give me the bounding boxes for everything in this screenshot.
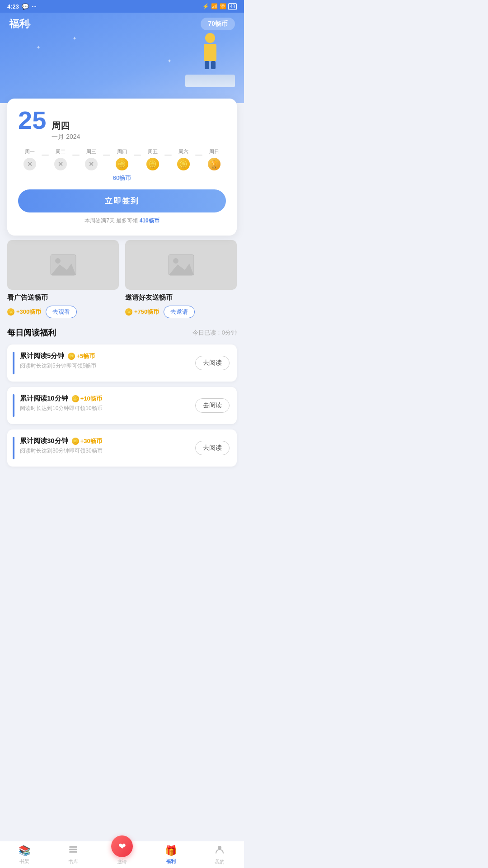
notification-icon: 💬 — [22, 3, 29, 10]
read-btn-2[interactable]: 去阅读 — [195, 398, 230, 413]
daily-reading-title: 每日阅读福利 — [7, 327, 56, 338]
dash-3 — [103, 148, 110, 156]
char-body — [204, 44, 216, 61]
week-day-mon: 周一 ✕ — [18, 148, 42, 170]
reading-item-1-left: 累计阅读5分钟 🪙 +5畅币 阅读时长达到5分钟即可领5畅币 — [13, 352, 195, 374]
svg-point-1 — [55, 258, 61, 264]
week-day-icon-sat: 🪙 — [177, 158, 190, 170]
battery: 48 — [228, 3, 237, 10]
char-leg-right — [211, 61, 216, 69]
svg-point-4 — [173, 258, 178, 264]
reading-item-3: 累计阅读30分钟 🪙 +30畅币 阅读时长达到30分钟即可领30畅币 去阅读 — [7, 429, 237, 467]
dash-6 — [195, 148, 202, 156]
ad-image-1 — [7, 240, 119, 290]
week-day-sat: 周六 🪙 — [172, 148, 195, 170]
reading-item-2-left: 累计阅读10分钟 🪙 +10畅币 阅读时长达到10分钟即可领10畅币 — [13, 394, 195, 417]
reading-item-2: 累计阅读10分钟 🪙 +10畅币 阅读时长达到10分钟即可领10畅币 去阅读 — [7, 387, 237, 424]
ad-item-2: 邀请好友送畅币 🪙 +750畅币 去邀请 — [125, 240, 237, 318]
status-bar: 4:23 💬 ··· ⚡ 📶 🛜 48 — [0, 0, 244, 13]
coin-icon-r2: 🪙 — [72, 395, 79, 402]
reading-title-3: 累计阅读30分钟 — [20, 437, 68, 445]
char-head — [205, 33, 215, 43]
week-day-label-sat: 周六 — [178, 148, 188, 155]
week-day-sun: 周日 🏆 — [202, 148, 226, 170]
reading-desc-1: 阅读时长达到5分钟即可领5畅币 — [20, 362, 195, 370]
reading-bar-1 — [13, 352, 14, 374]
header: ✦ ✦ ✦ ✦ 福利 70畅币 — [0, 13, 244, 103]
reading-reward-1: 🪙 +5畅币 — [68, 352, 95, 360]
week-day-icon-fri: 🪙 — [146, 158, 159, 170]
coin-icon-r1: 🪙 — [68, 353, 75, 360]
date-row: 25 周四 一月 2024 — [18, 108, 226, 141]
ad-reward-text-1: +300畅币 — [16, 308, 41, 316]
checkin-button[interactable]: 立即签到 — [18, 189, 226, 212]
reading-reward-3: 🪙 +30畅币 — [72, 437, 102, 445]
ad-bottom-1: 🪙 +300畅币 去观看 — [7, 306, 119, 318]
ad-action-btn-1[interactable]: 去观看 — [46, 306, 77, 318]
ad-bottom-2: 🪙 +750畅币 去邀请 — [125, 306, 237, 318]
status-right: ⚡ 📶 🛜 48 — [202, 3, 237, 10]
week-day-label-sun: 周日 — [209, 148, 219, 155]
status-left: 4:23 💬 ··· — [7, 3, 37, 10]
reading-info-3: 累计阅读30分钟 🪙 +30畅币 阅读时长达到30分钟即可领30畅币 — [20, 437, 195, 455]
reading-item-3-left: 累计阅读30分钟 🪙 +30畅币 阅读时长达到30分钟即可领30畅币 — [13, 437, 195, 459]
content-area: 看广告送畅币 🪙 +300畅币 去观看 邀请好友送畅币 — [0, 240, 244, 517]
signal-icon: 📶 — [211, 3, 218, 9]
reading-reward-text-2: +10畅币 — [80, 395, 102, 403]
ad-row: 看广告送畅币 🪙 +300畅币 去观看 邀请好友送畅币 — [7, 240, 237, 318]
reading-title-1: 累计阅读5分钟 — [20, 352, 64, 360]
checkin-reward: 60畅币 — [18, 174, 226, 182]
dash-4 — [134, 148, 141, 156]
dash-1 — [42, 148, 49, 156]
checkin-hint-text: 本周签满7天 最多可领 — [84, 217, 138, 224]
ad-item-1: 看广告送畅币 🪙 +300畅币 去观看 — [7, 240, 119, 318]
ad-image-2 — [125, 240, 237, 290]
daily-reading-sub: 今日已读：0分钟 — [192, 329, 237, 337]
week-day-label-tue: 周二 — [56, 148, 66, 155]
dash-5 — [164, 148, 172, 156]
read-btn-3[interactable]: 去阅读 — [195, 441, 230, 455]
star-deco-2: ✦ — [72, 35, 77, 42]
week-day-wed: 周三 ✕ — [80, 148, 103, 170]
more-icon: ··· — [32, 3, 37, 10]
reading-bar-2 — [13, 394, 14, 417]
time: 4:23 — [7, 3, 19, 10]
date-info: 周四 一月 2024 — [52, 120, 80, 141]
week-day-label-fri: 周五 — [148, 148, 158, 155]
reading-title-row-1: 累计阅读5分钟 🪙 +5畅币 — [20, 352, 195, 360]
page-title: 福利 — [9, 17, 29, 31]
read-btn-1[interactable]: 去阅读 — [195, 356, 230, 370]
week-day-icon-sun: 🏆 — [208, 158, 221, 170]
image-placeholder-icon-1 — [50, 254, 77, 276]
week-day-thu: 周四 🪙 — [110, 148, 134, 170]
reading-info-1: 累计阅读5分钟 🪙 +5畅币 阅读时长达到5分钟即可领5畅币 — [20, 352, 195, 370]
coin-icon-1: 🪙 — [7, 308, 14, 316]
char-leg-left — [205, 61, 209, 69]
image-placeholder-icon-2 — [168, 254, 195, 276]
checkin-hint: 本周签满7天 最多可领 410畅币 — [18, 217, 226, 225]
date-weekday: 周四 — [52, 120, 80, 132]
coin-icon-r3: 🪙 — [72, 438, 79, 445]
coin-icon-2: 🪙 — [125, 308, 132, 316]
week-day-fri: 周五 🪙 — [141, 148, 164, 170]
reading-title-row-3: 累计阅读30分钟 🪙 +30畅币 — [20, 437, 195, 445]
date-month: 一月 2024 — [52, 133, 80, 141]
ad-title-1: 看广告送畅币 — [7, 293, 119, 302]
week-day-icon-mon: ✕ — [23, 158, 36, 170]
reading-desc-3: 阅读时长达到30分钟即可领30畅币 — [20, 447, 195, 455]
character-illustration — [190, 28, 230, 87]
week-day-icon-thu: 🪙 — [116, 158, 128, 170]
week-day-label-thu: 周四 — [117, 148, 127, 155]
reading-info-2: 累计阅读10分钟 🪙 +10畅币 阅读时长达到10分钟即可领10畅币 — [20, 394, 195, 412]
dash-2 — [72, 148, 80, 156]
bluetooth-icon: ⚡ — [202, 3, 209, 9]
week-row: 周一 ✕ 周二 ✕ 周三 ✕ 周四 🪙 周五 🪙 周六 🪙 — [18, 148, 226, 170]
star-deco-3: ✦ — [36, 44, 41, 51]
ad-title-2: 邀请好友送畅币 — [125, 293, 237, 302]
reading-desc-2: 阅读时长达到10分钟即可领10畅币 — [20, 405, 195, 412]
date-day: 25 — [18, 108, 46, 133]
ad-action-btn-2[interactable]: 去邀请 — [164, 306, 195, 318]
reading-title-row-2: 累计阅读10分钟 🪙 +10畅币 — [20, 394, 195, 403]
week-day-tue: 周二 ✕ — [49, 148, 72, 170]
week-day-label-wed: 周三 — [86, 148, 96, 155]
